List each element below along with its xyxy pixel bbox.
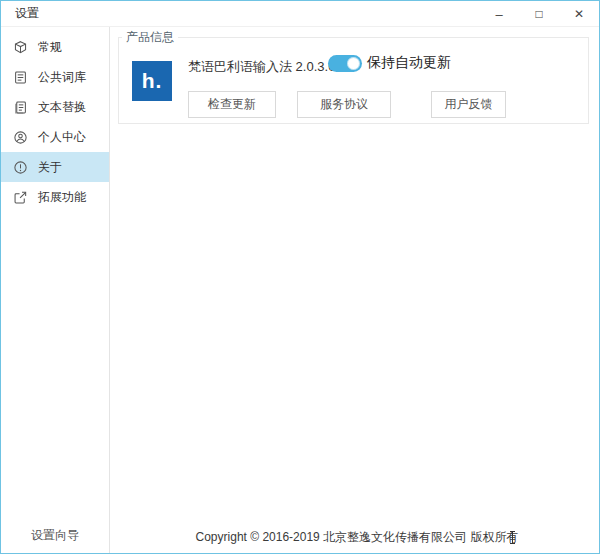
sidebar: 常规 公共词库 文 (1, 27, 110, 554)
close-icon[interactable]: ✕ (559, 1, 599, 27)
sidebar-item-label: 常规 (38, 39, 62, 56)
window-title: 设置 (15, 5, 39, 22)
sidebar-item-text-replace[interactable]: 文本替换 (1, 92, 109, 122)
product-name-version: 梵语巴利语输入法 2.0.3.0 (188, 58, 335, 76)
info-icon (13, 160, 28, 175)
check-update-button[interactable]: 检查更新 (188, 91, 276, 118)
user-icon (13, 130, 28, 145)
app-logo: h. (132, 61, 172, 101)
auto-update-toggle[interactable] (328, 55, 362, 72)
sidebar-item-label: 关于 (38, 159, 62, 176)
toggle-knob (347, 57, 360, 70)
text-cursor-icon (512, 531, 513, 544)
user-feedback-button[interactable]: 用户反馈 (431, 91, 506, 118)
group-title: 产品信息 (122, 29, 178, 46)
settings-window: 设置 – □ ✕ 常规 (0, 0, 600, 554)
lexicon-icon (13, 70, 28, 85)
main-content: 产品信息 h. 梵语巴利语输入法 2.0.3.0 保持自动更新 检查更新 服务协… (110, 27, 599, 554)
text-replace-icon (13, 100, 28, 115)
sidebar-item-general[interactable]: 常规 (1, 32, 109, 62)
window-controls: – □ ✕ (479, 1, 599, 27)
sidebar-item-about[interactable]: 关于 (1, 152, 109, 182)
copyright-label: Copyright © 2016-2019 北京整逸文化传播有限公司 版权所有 (196, 530, 519, 544)
cube-icon (13, 40, 28, 55)
copyright-text: Copyright © 2016-2019 北京整逸文化传播有限公司 版权所有 (110, 529, 599, 546)
sidebar-item-extensions[interactable]: 拓展功能 (1, 182, 109, 212)
sidebar-item-public-lexicon[interactable]: 公共词库 (1, 62, 109, 92)
service-agreement-button[interactable]: 服务协议 (297, 91, 391, 118)
sidebar-item-label: 个人中心 (38, 129, 86, 146)
sidebar-item-personal-center[interactable]: 个人中心 (1, 122, 109, 152)
external-link-icon (13, 190, 28, 205)
settings-wizard-link[interactable]: 设置向导 (1, 527, 109, 544)
window-body: 常规 公共词库 文 (1, 27, 599, 554)
title-bar: 设置 – □ ✕ (1, 1, 599, 27)
sidebar-item-label: 公共词库 (38, 69, 86, 86)
sidebar-item-label: 拓展功能 (38, 189, 86, 206)
maximize-icon[interactable]: □ (519, 1, 559, 27)
minimize-icon[interactable]: – (479, 1, 519, 27)
sidebar-item-label: 文本替换 (38, 99, 86, 116)
auto-update-label: 保持自动更新 (367, 54, 451, 72)
